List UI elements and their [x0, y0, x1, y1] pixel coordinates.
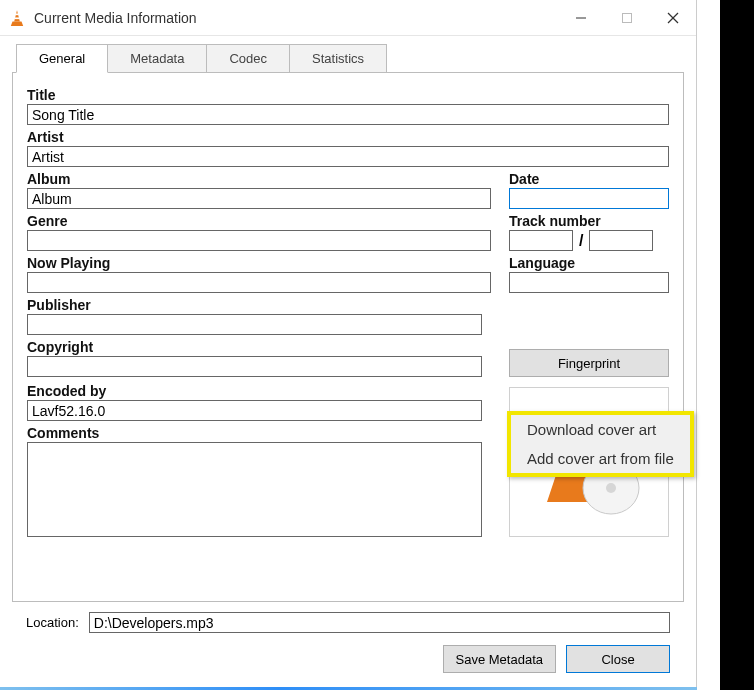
title-label: Title [27, 87, 669, 103]
minimize-button[interactable] [558, 0, 604, 35]
close-dialog-button[interactable]: Close [566, 645, 670, 673]
window-root: Current Media Information General Metada… [0, 0, 697, 690]
maximize-button[interactable] [604, 0, 650, 35]
bottom-bar: Location: Save Metadata Close [12, 602, 684, 683]
tab-codec[interactable]: Codec [206, 44, 290, 73]
track-separator: / [579, 232, 583, 250]
vlc-logo-icon [8, 9, 26, 27]
artist-label: Artist [27, 129, 669, 145]
tab-general[interactable]: General [16, 44, 108, 73]
comments-label: Comments [27, 425, 491, 441]
artist-input[interactable] [27, 146, 669, 167]
tab-strip: General Metadata Codec Statistics [12, 44, 684, 73]
window-controls [558, 0, 696, 35]
title-input[interactable] [27, 104, 669, 125]
encodedby-label: Encoded by [27, 383, 491, 399]
context-add-cover-from-file[interactable]: Add cover art from file [511, 444, 690, 473]
nowplaying-input[interactable] [27, 272, 491, 293]
svg-rect-1 [15, 13, 18, 15]
svg-point-13 [606, 483, 616, 493]
language-input[interactable] [509, 272, 669, 293]
minimize-icon [575, 12, 587, 24]
cover-art-context-menu: Download cover art Add cover art from fi… [507, 411, 694, 477]
nowplaying-label: Now Playing [27, 255, 491, 271]
location-label: Location: [26, 615, 79, 630]
maximize-icon [621, 12, 633, 24]
window-title: Current Media Information [34, 10, 558, 26]
tab-metadata[interactable]: Metadata [107, 44, 207, 73]
publisher-label: Publisher [27, 297, 491, 313]
context-download-cover[interactable]: Download cover art [511, 415, 690, 444]
tab-statistics[interactable]: Statistics [289, 44, 387, 73]
copyright-input[interactable] [27, 356, 482, 377]
comments-input[interactable] [27, 442, 482, 537]
genre-label: Genre [27, 213, 491, 229]
black-strip [720, 0, 754, 690]
track-label: Track number [509, 213, 669, 229]
language-label: Language [509, 255, 669, 271]
client-area: General Metadata Codec Statistics Title … [0, 36, 696, 687]
track-total-input[interactable] [589, 230, 653, 251]
album-input[interactable] [27, 188, 491, 209]
publisher-input[interactable] [27, 314, 482, 335]
location-input[interactable] [89, 612, 670, 633]
album-label: Album [27, 171, 491, 187]
svg-marker-3 [11, 21, 23, 26]
close-button[interactable] [650, 0, 696, 35]
title-bar: Current Media Information [0, 0, 696, 36]
genre-input[interactable] [27, 230, 491, 251]
close-icon [667, 12, 679, 24]
svg-rect-2 [14, 17, 19, 19]
track-number-input[interactable] [509, 230, 573, 251]
tab-content-general: Title Artist Album Date Genre [12, 72, 684, 602]
fingerprint-button[interactable]: Fingerprint [509, 349, 669, 377]
date-input[interactable] [509, 188, 669, 209]
copyright-label: Copyright [27, 339, 491, 355]
save-metadata-button[interactable]: Save Metadata [443, 645, 556, 673]
svg-rect-5 [623, 13, 632, 22]
date-label: Date [509, 171, 669, 187]
encodedby-input[interactable] [27, 400, 482, 421]
svg-marker-0 [14, 10, 20, 21]
